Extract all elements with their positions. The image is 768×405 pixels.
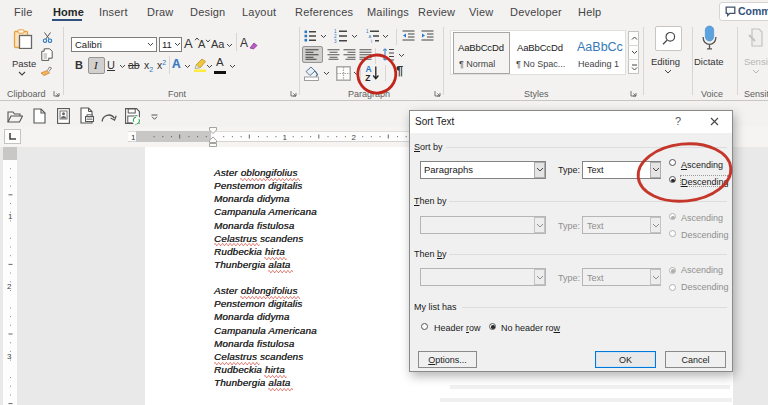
svg-text:3: 3 — [334, 39, 337, 43]
svg-text:i: i — [371, 39, 372, 43]
